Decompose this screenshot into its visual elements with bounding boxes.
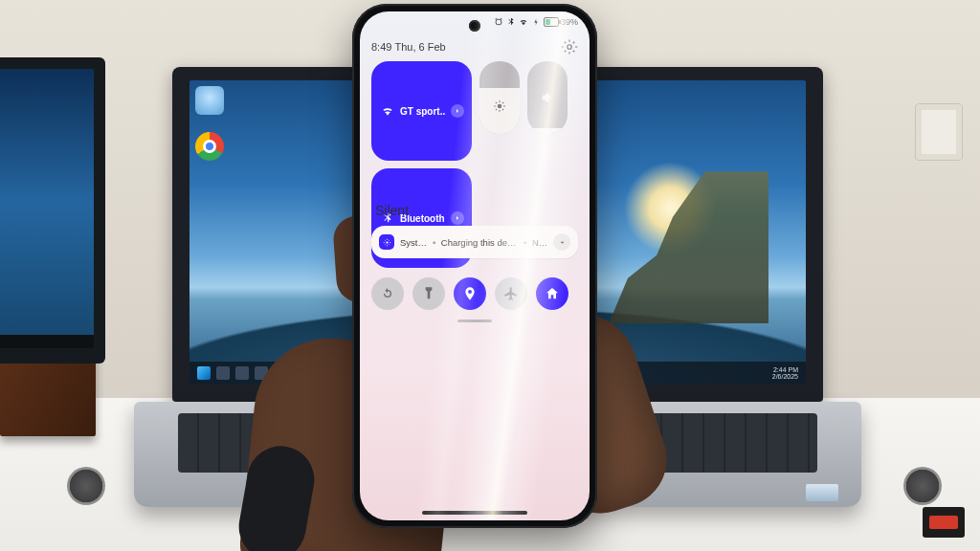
- start-button[interactable]: [197, 366, 211, 380]
- volume-fill: [527, 128, 568, 134]
- wifi-tile[interactable]: GT sport..: [371, 61, 472, 161]
- svg-point-1: [498, 104, 502, 109]
- airplane-icon: [503, 286, 519, 301]
- flashlight-icon: [421, 286, 436, 301]
- airplane-toggle[interactable]: [495, 277, 527, 310]
- notification-card[interactable]: Syste… • Charging this device… • Now: [371, 226, 578, 258]
- separator-dot: •: [433, 237, 435, 248]
- qs-toggle-row: [371, 277, 578, 310]
- notification-expand-button[interactable]: [553, 233, 570, 251]
- secondary-monitor-taskbar: [0, 335, 94, 348]
- brightness-slider[interactable]: [479, 61, 520, 134]
- notification-app-icon: [379, 234, 394, 250]
- video-watermark: [923, 507, 965, 538]
- volume-slider[interactable]: [527, 61, 568, 134]
- location-toggle[interactable]: [454, 277, 486, 310]
- quick-settings-panel: GT sport.. Bluetooth: [371, 61, 578, 322]
- home-icon: [545, 286, 560, 301]
- desk-grommet-left: [67, 467, 105, 505]
- recycle-bin-icon[interactable]: [195, 86, 224, 115]
- scene: 2:44 PM 2/6/2025 39%: [0, 0, 980, 551]
- autorotate-toggle[interactable]: [371, 277, 404, 310]
- gear-icon: [561, 38, 578, 55]
- svg-point-0: [568, 45, 572, 50]
- phone-screen[interactable]: 39% 8:49 Thu, 6 Feb G: [360, 11, 590, 520]
- notification-section-title: Silent: [375, 203, 409, 218]
- phone: 39% 8:49 Thu, 6 Feb G: [352, 4, 597, 528]
- qs-time: 8:49: [371, 41, 391, 53]
- brightness-icon: [493, 99, 506, 113]
- location-icon: [462, 286, 478, 301]
- settings-button[interactable]: [561, 38, 578, 55]
- taskbar-clock[interactable]: 2:44 PM 2/6/2025: [772, 366, 798, 380]
- charging-status-icon: [531, 17, 541, 27]
- qs-date: Thu, 6 Feb: [394, 41, 445, 53]
- home-toggle[interactable]: [536, 277, 568, 310]
- battery-icon: [544, 17, 559, 27]
- separator-dot: •: [523, 237, 526, 248]
- panel-drag-handle[interactable]: [457, 320, 492, 322]
- intel-sticker: [806, 484, 838, 501]
- desktop-icons: [195, 86, 224, 161]
- notification-text: Charging this device…: [441, 237, 518, 248]
- notification-time: Now: [532, 237, 547, 248]
- alarm-icon: [494, 17, 503, 27]
- taskbar-item[interactable]: [216, 366, 230, 380]
- secondary-monitor-screen: [0, 69, 94, 337]
- autorotate-icon: [380, 286, 395, 301]
- svg-point-2: [386, 241, 388, 243]
- wall-socket: [915, 103, 963, 161]
- bluetooth-expand-button[interactable]: [451, 211, 464, 225]
- wifi-tile-label: GT sport..: [400, 106, 445, 117]
- qs-header: 8:49 Thu, 6 Feb: [371, 38, 578, 55]
- wifi-icon: [381, 104, 394, 118]
- taskbar-item[interactable]: [235, 366, 249, 380]
- bluetooth-status-icon: [506, 17, 516, 27]
- gesture-nav-bar[interactable]: [422, 511, 527, 515]
- desk-grommet-right: [903, 467, 942, 505]
- wallpaper-cliff: [609, 171, 768, 323]
- volume-mute-icon: [541, 91, 554, 104]
- flashlight-toggle[interactable]: [412, 277, 445, 310]
- battery-indicator: 39%: [544, 17, 578, 27]
- battery-percent: 39%: [561, 17, 578, 27]
- chrome-icon[interactable]: [195, 132, 224, 161]
- status-bar: 39%: [360, 11, 590, 33]
- notification-app-name: Syste…: [400, 237, 427, 248]
- secondary-monitor: [0, 57, 105, 364]
- wifi-status-icon: [519, 17, 528, 27]
- wifi-expand-button[interactable]: [451, 104, 464, 118]
